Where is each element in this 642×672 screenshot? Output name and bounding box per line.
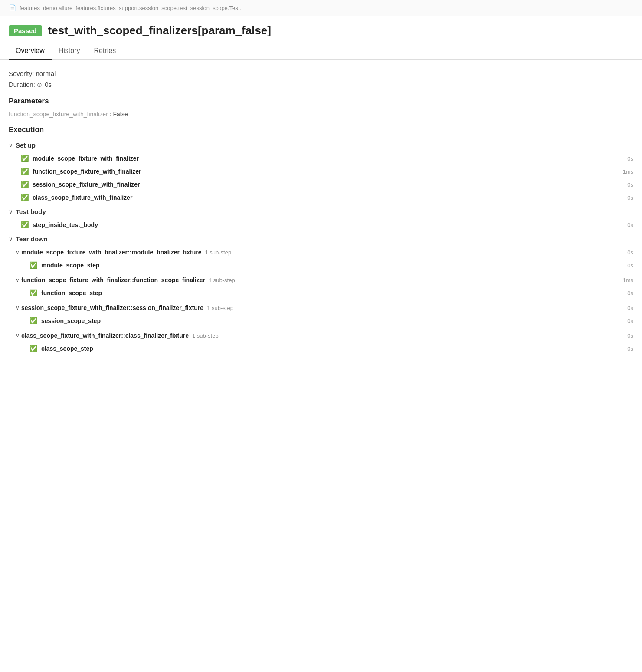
step-item: ✅ function_scope_fixture_with_finalizer …: [21, 165, 633, 178]
teardown-item-name: session_scope_fixture_with_finalizer::se…: [21, 304, 203, 311]
step-name: function_scope_step: [41, 290, 622, 296]
sub-step-item: ✅ class_scope_step 0s: [16, 342, 633, 355]
teardown-item-1: ∨ function_scope_fixture_with_finalizer:…: [9, 273, 633, 300]
file-icon: 📄: [9, 4, 16, 11]
duration-label: Duration:: [9, 81, 35, 88]
tab-overview[interactable]: Overview: [9, 43, 52, 60]
chevron-down-icon: ∨: [9, 236, 13, 242]
check-icon: ✅: [29, 289, 38, 297]
sub-step-badge: 1 sub-step: [205, 249, 231, 256]
test-body-group: ∨ Test body ✅ step_inside_test_body 0s: [9, 205, 633, 231]
step-duration: 0s: [627, 333, 633, 339]
title-section: Passed test_with_scoped_finalizers[param…: [0, 16, 642, 43]
teardown-group: ∨ Tear down ∨ module_scope_fixture_with_…: [9, 232, 633, 355]
step-duration: 0s: [627, 194, 633, 201]
check-icon: ✅: [21, 168, 29, 175]
step-duration: 1ms: [622, 168, 633, 175]
step-name: class_scope_fixture_with_finalizer: [33, 194, 622, 201]
param-value: False: [113, 111, 128, 118]
chevron-down-icon: ∨: [16, 305, 20, 311]
test-title: test_with_scoped_finalizers[param_false]: [48, 24, 271, 37]
step-item: ✅ step_inside_test_body 0s: [21, 218, 633, 231]
teardown-item-0: ∨ module_scope_fixture_with_finalizer::m…: [9, 246, 633, 272]
step-name: module_scope_step: [41, 262, 622, 269]
tab-history[interactable]: History: [52, 43, 87, 60]
chevron-down-icon: ∨: [16, 333, 20, 339]
step-item: ✅ module_scope_fixture_with_finalizer 0s: [21, 152, 633, 165]
teardown-item-header[interactable]: ∨ class_scope_fixture_with_finalizer::cl…: [16, 329, 633, 342]
check-icon: ✅: [21, 155, 29, 162]
chevron-down-icon: ∨: [16, 277, 20, 283]
severity-row: Severity: normal: [9, 68, 633, 79]
check-icon: ✅: [21, 194, 29, 201]
step-duration: 0s: [627, 222, 633, 228]
step-item: ✅ class_scope_fixture_with_finalizer 0s: [21, 191, 633, 204]
teardown-header[interactable]: ∨ Tear down: [9, 232, 633, 246]
step-name: module_scope_fixture_with_finalizer: [33, 155, 622, 162]
tab-retries[interactable]: Retries: [87, 43, 123, 60]
step-duration: 1ms: [622, 277, 633, 283]
step-name: session_scope_step: [41, 317, 622, 324]
step-name: session_scope_fixture_with_finalizer: [33, 181, 622, 188]
sub-step-item: ✅ session_scope_step 0s: [16, 314, 633, 327]
setup-group: ∨ Set up ✅ module_scope_fixture_with_fin…: [9, 138, 633, 204]
test-body-steps: ✅ step_inside_test_body 0s: [9, 218, 633, 231]
clock-icon: ⊙: [37, 81, 42, 88]
parameter-row: function_scope_fixture_with_finalizer : …: [9, 110, 633, 119]
check-icon: ✅: [21, 221, 29, 229]
step-item: ✅ session_scope_fixture_with_finalizer 0…: [21, 178, 633, 191]
step-duration: 0s: [627, 318, 633, 324]
teardown-item-header[interactable]: ∨ session_scope_fixture_with_finalizer::…: [16, 301, 633, 314]
severity-label: Severity: normal: [9, 70, 56, 77]
check-icon: ✅: [29, 345, 38, 352]
setup-header[interactable]: ∨ Set up: [9, 138, 633, 152]
step-duration: 0s: [627, 249, 633, 256]
duration-row: Duration: ⊙ 0s: [9, 79, 633, 90]
chevron-down-icon: ∨: [9, 142, 13, 148]
teardown-item-name: function_scope_fixture_with_finalizer::f…: [21, 277, 205, 283]
sub-step-badge: 1 sub-step: [209, 277, 235, 283]
step-name: function_scope_fixture_with_finalizer: [33, 168, 617, 175]
teardown-item-name: module_scope_fixture_with_finalizer::mod…: [21, 249, 201, 256]
teardown-item-3: ∨ class_scope_fixture_with_finalizer::cl…: [9, 329, 633, 355]
teardown-item-header[interactable]: ∨ function_scope_fixture_with_finalizer:…: [16, 273, 633, 287]
content-section: Severity: normal Duration: ⊙ 0s Paramete…: [0, 60, 642, 365]
step-duration: 0s: [627, 305, 633, 311]
status-badge: Passed: [9, 25, 42, 36]
param-name: function_scope_fixture_with_finalizer: [9, 111, 108, 118]
breadcrumb-text: features_demo.allure_features.fixtures_s…: [20, 5, 243, 11]
teardown-item-header[interactable]: ∨ module_scope_fixture_with_finalizer::m…: [16, 246, 633, 259]
tabs-bar: Overview History Retries: [0, 43, 642, 60]
teardown-item-name: class_scope_fixture_with_finalizer::clas…: [21, 332, 189, 339]
check-icon: ✅: [29, 317, 38, 325]
duration-value: 0s: [45, 81, 52, 88]
step-duration: 0s: [627, 155, 633, 162]
test-body-header[interactable]: ∨ Test body: [9, 205, 633, 218]
sub-step-badge: 1 sub-step: [207, 305, 233, 311]
execution-section: ∨ Set up ✅ module_scope_fixture_with_fin…: [9, 138, 633, 355]
step-duration: 0s: [627, 181, 633, 188]
sub-step-badge: 1 sub-step: [192, 333, 219, 339]
step-duration: 0s: [627, 262, 633, 269]
teardown-item-2: ∨ session_scope_fixture_with_finalizer::…: [9, 301, 633, 327]
setup-steps: ✅ module_scope_fixture_with_finalizer 0s…: [9, 152, 633, 204]
check-icon: ✅: [21, 181, 29, 188]
breadcrumb: 📄 features_demo.allure_features.fixtures…: [0, 0, 642, 16]
step-name: step_inside_test_body: [33, 221, 622, 228]
step-duration: 0s: [627, 346, 633, 352]
chevron-down-icon: ∨: [9, 208, 13, 215]
step-duration: 0s: [627, 290, 633, 296]
step-name: class_scope_step: [41, 345, 622, 352]
test-body-label: Test body: [16, 208, 46, 215]
teardown-label: Tear down: [16, 235, 48, 243]
sub-step-item: ✅ function_scope_step 0s: [16, 287, 633, 300]
parameters-heading: Parameters: [9, 97, 633, 105]
check-icon: ✅: [29, 261, 38, 269]
setup-label: Set up: [16, 142, 36, 149]
chevron-down-icon: ∨: [16, 249, 20, 255]
execution-heading: Execution: [9, 125, 633, 134]
sub-step-item: ✅ module_scope_step 0s: [16, 259, 633, 272]
